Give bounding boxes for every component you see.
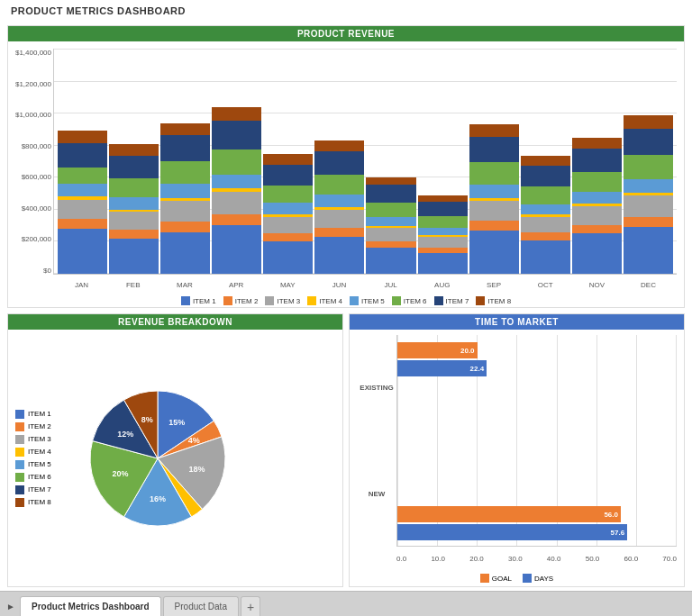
- ttm-x-1: 10.0: [431, 555, 445, 563]
- bar-group-jun: [314, 49, 364, 274]
- ttm-x-labels: 0.0 10.0 20.0 30.0 40.0 50.0 60.0 70.0: [396, 555, 677, 563]
- bar-segment: [160, 201, 210, 222]
- pie-section: REVENUE BREAKDOWN ITEM 1ITEM 2ITEM 3ITEM…: [7, 313, 343, 587]
- bar-segment: [572, 149, 622, 172]
- ttm-title: TIME TO MARKET: [350, 314, 684, 330]
- bar-segment: [212, 107, 261, 121]
- bar-segment: [366, 177, 415, 186]
- bar-segment: [160, 161, 210, 184]
- bar-segment: [418, 253, 468, 274]
- ttm-x-0: 0.0: [396, 555, 406, 563]
- bar-segment: [521, 240, 570, 275]
- pie-legend-label: ITEM 8: [28, 498, 51, 506]
- new-days-bar: 57.6: [397, 524, 627, 540]
- bar-segment: [212, 121, 261, 149]
- bar-segment: [212, 214, 261, 226]
- pie-legend: ITEM 1ITEM 2ITEM 3ITEM 4ITEM 5ITEM 6ITEM…: [15, 410, 78, 507]
- x-label-feb: FEB: [108, 281, 158, 289]
- ttm-y-label-new: NEW: [357, 490, 396, 498]
- bar-segment: [469, 185, 519, 197]
- y-label-5: $1,000,000: [10, 111, 51, 119]
- bar-segment: [572, 225, 622, 234]
- bar-segment: [160, 135, 210, 161]
- pie-legend-item: ITEM 5: [15, 460, 78, 469]
- x-label-jun: JUN: [314, 281, 364, 289]
- y-label-7: $1,400,000: [10, 49, 51, 57]
- legend-swatch: [392, 296, 401, 305]
- bar-segment: [418, 228, 468, 235]
- bar-segment: [160, 222, 210, 232]
- tab-product-metrics-dashboard[interactable]: Product Metrics Dashboard: [20, 596, 161, 616]
- x-label-may: MAY: [263, 281, 313, 289]
- bar-segment: [314, 151, 364, 175]
- tab-add-button[interactable]: +: [241, 596, 260, 616]
- bar-segment: [521, 204, 570, 215]
- dashboard: PRODUCT METRICS DASHBOARD PRODUCT REVENU…: [0, 0, 692, 616]
- bar-segment: [109, 178, 159, 197]
- ttm-chart-area: EXISTING NEW: [357, 335, 677, 570]
- tab-product-data[interactable]: Product Data: [163, 596, 239, 616]
- bar-group-apr: [212, 49, 261, 274]
- bar-segment: [624, 129, 673, 155]
- bar-group-jan: [58, 49, 107, 274]
- new-days-value: 57.6: [611, 529, 625, 537]
- pie-legend-item: ITEM 4: [15, 448, 78, 457]
- tab-scroll-arrow[interactable]: ►: [4, 596, 18, 616]
- pie-chart: 15%4%18%16%20%12%8%: [86, 386, 230, 530]
- bar-segment: [469, 137, 519, 163]
- bar-segment: [469, 201, 519, 221]
- pie-legend-label: ITEM 3: [28, 435, 51, 443]
- bar-segment: [469, 162, 519, 185]
- legend-label: ITEM 4: [319, 297, 342, 305]
- bar-segment: [624, 217, 673, 228]
- ttm-goal-swatch: [480, 574, 489, 583]
- bottom-row: REVENUE BREAKDOWN ITEM 1ITEM 2ITEM 3ITEM…: [7, 313, 685, 587]
- bar-segment: [263, 186, 313, 204]
- pie-legend-swatch: [15, 410, 24, 419]
- bar-segment: [418, 216, 468, 228]
- legend-swatch: [181, 296, 190, 305]
- bar-segment: [572, 192, 622, 204]
- svg-text:20%: 20%: [112, 469, 128, 478]
- ttm-x-3: 30.0: [508, 555, 523, 563]
- bar-segment: [521, 186, 570, 204]
- bar-segment: [314, 195, 364, 206]
- new-goal-value: 56.0: [604, 511, 618, 519]
- bar-group-may: [263, 49, 313, 274]
- bar-segment: [572, 206, 622, 225]
- legend-item: ITEM 6: [392, 296, 427, 305]
- ttm-legend-goal: GOAL: [480, 574, 512, 583]
- y-label-6: $1,200,000: [10, 80, 51, 88]
- bar-segment: [366, 241, 415, 248]
- bar-group-aug: [418, 49, 468, 274]
- bar-segment: [58, 219, 107, 229]
- bar-segment: [314, 210, 364, 229]
- new-goal-bar: 56.0: [397, 506, 621, 522]
- ttm-content: EXISTING NEW: [350, 330, 684, 586]
- bar-chart-area: [53, 49, 677, 275]
- legend-item: ITEM 7: [434, 296, 469, 305]
- bar-group-oct: [521, 49, 570, 274]
- bar-group-feb: [109, 49, 159, 274]
- pie-content: ITEM 1ITEM 2ITEM 3ITEM 4ITEM 5ITEM 6ITEM…: [8, 330, 342, 586]
- bar-segment: [58, 131, 107, 143]
- bar-segment: [212, 149, 261, 176]
- x-label-apr: APR: [212, 281, 261, 289]
- x-label-nov: NOV: [572, 281, 622, 289]
- legend-swatch: [265, 296, 274, 305]
- tabs-bar: ► Product Metrics Dashboard Product Data…: [0, 591, 692, 616]
- bar-segment: [212, 225, 261, 274]
- bar-segment: [263, 165, 313, 186]
- bar-segment: [109, 212, 159, 230]
- bar-segment: [521, 156, 570, 166]
- pie-legend-label: ITEM 2: [28, 422, 51, 430]
- bar-segment: [366, 217, 415, 226]
- legend-label: ITEM 5: [361, 297, 385, 305]
- legend-swatch: [307, 296, 316, 305]
- bar-chart-legend: ITEM 1ITEM 2ITEM 3ITEM 4ITEM 5ITEM 6ITEM…: [8, 296, 684, 305]
- bar-segment: [366, 248, 415, 274]
- svg-text:12%: 12%: [117, 429, 133, 438]
- ttm-section: TIME TO MARKET EXISTING NEW: [349, 313, 685, 587]
- bar-segment: [58, 184, 107, 196]
- bar-segment: [624, 179, 673, 193]
